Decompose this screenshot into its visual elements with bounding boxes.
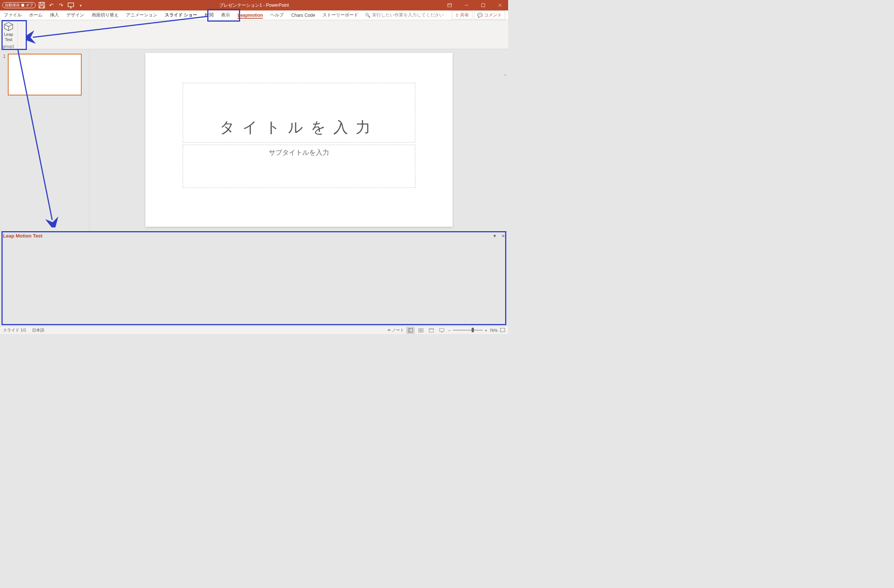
slide-thumbnail-panel[interactable]: 1 (0, 49, 89, 231)
leap-test-button[interactable]: Leap Test (3, 22, 14, 42)
slide-thumbnail-preview (8, 54, 82, 95)
share-icon: ⇪ (455, 13, 459, 18)
tab-help[interactable]: ヘルプ (267, 11, 287, 20)
ribbon-display-options-icon[interactable] (441, 0, 458, 11)
subtitle-placeholder-text: サブタイトルを入力 (269, 148, 329, 157)
tab-slideshow[interactable]: スライド ショー (161, 11, 201, 20)
close-icon[interactable] (491, 0, 508, 11)
main-area: 1 タイトルを入力 サブタイトルを入力 (0, 49, 508, 231)
collapse-ribbon-icon[interactable]: ⌃ (504, 74, 507, 78)
taskpane-header: Leap Motion Test ▼ ✕ (0, 231, 508, 240)
taskpane-title: Leap Motion Test (3, 233, 42, 239)
autosave-state: オフ (26, 3, 33, 8)
taskpane-close-icon[interactable]: ✕ (501, 233, 505, 239)
autosave-label: 自動保存 (5, 3, 20, 8)
toggle-knob-icon (21, 4, 24, 7)
slide-count-status[interactable]: スライド 1/1 (3, 327, 26, 333)
svg-rect-4 (447, 4, 451, 7)
qat-customize-icon[interactable]: ▾ (77, 2, 84, 9)
share-button[interactable]: ⇪ 共有 (452, 11, 472, 20)
minimize-icon[interactable] (458, 0, 474, 11)
comment-label: コメント (484, 12, 502, 18)
redo-icon[interactable]: ↷ (57, 2, 65, 9)
tab-storyboard[interactable]: ストーリーボード (319, 11, 362, 20)
slide-sorter-view-icon[interactable] (417, 327, 425, 334)
slide-thumbnail-1[interactable]: 1 (3, 54, 86, 95)
tab-review[interactable]: 校閲 (201, 11, 217, 20)
reading-view-icon[interactable] (427, 327, 435, 334)
language-status[interactable]: 日本語 (32, 327, 44, 333)
comment-button[interactable]: 💬 コメント (474, 11, 505, 20)
svg-rect-10 (421, 331, 423, 332)
tab-insert[interactable]: 挿入 (46, 11, 63, 20)
zoom-level[interactable]: 76% (489, 328, 498, 333)
search-icon: 🔍 (365, 13, 371, 18)
maximize-icon[interactable] (474, 0, 491, 11)
tab-animations[interactable]: アニメーション (122, 11, 161, 20)
tab-charscode[interactable]: Chars Code (287, 11, 319, 20)
leap-motion-taskpane: Leap Motion Test ▼ ✕ (0, 231, 508, 326)
ribbon-group-label: group1 (3, 44, 14, 48)
tell-me-placeholder: 実行したい作業を入力してください (372, 12, 444, 18)
title-placeholder-text: タイトルを入力 (220, 117, 378, 138)
zoom-in-icon[interactable]: + (485, 328, 487, 333)
svg-rect-12 (439, 328, 444, 331)
start-from-beginning-icon[interactable] (67, 2, 74, 9)
document-title: プレゼンテーション1 - PowerPoint (219, 2, 289, 9)
fit-to-window-icon[interactable] (500, 328, 505, 333)
slide-number: 1 (3, 54, 6, 95)
tab-design[interactable]: デザイン (63, 11, 88, 20)
save-icon[interactable] (38, 2, 45, 9)
notes-button[interactable]: ≐ ノート (387, 327, 404, 333)
window-controls (441, 0, 508, 11)
svg-rect-8 (421, 328, 423, 330)
leap-test-label-1: Leap (4, 32, 13, 36)
share-label: 共有 (460, 12, 469, 18)
slide-canvas-area[interactable]: タイトルを入力 サブタイトルを入力 (89, 49, 508, 231)
autosave-toggle[interactable]: 自動保存 オフ (2, 2, 36, 8)
slide-canvas[interactable]: タイトルを入力 サブタイトルを入力 (145, 53, 453, 227)
zoom-slider[interactable] (453, 330, 483, 331)
tab-view[interactable]: 表示 (217, 11, 234, 20)
comment-icon: 💬 (477, 13, 483, 18)
title-bar: 自動保存 オフ ↶ ↷ ▾ プレゼンテーション1 - PowerPoint (0, 0, 508, 11)
svg-rect-5 (481, 4, 485, 7)
ribbon-tabs: ファイル ホーム 挿入 デザイン 画面切り替え アニメーション スライド ショー… (0, 11, 508, 20)
cube-icon (3, 22, 14, 31)
svg-rect-1 (40, 3, 43, 5)
title-placeholder[interactable]: タイトルを入力 (183, 83, 415, 142)
taskpane-dropdown-icon[interactable]: ▼ (492, 233, 497, 239)
tab-leapmotion[interactable]: Leapmotion (234, 11, 267, 20)
slideshow-view-icon[interactable] (438, 327, 446, 334)
svg-rect-3 (68, 3, 74, 7)
subtitle-placeholder[interactable]: サブタイトルを入力 (183, 145, 415, 188)
svg-rect-2 (40, 6, 44, 8)
ribbon-content: Leap Test group1 ⌃ (0, 20, 508, 49)
ribbon-group-1: Leap Test group1 (0, 20, 18, 49)
tab-home[interactable]: ホーム (25, 11, 46, 20)
status-bar: スライド 1/1 日本語 ≐ ノート − + 76% (0, 326, 508, 334)
svg-rect-9 (419, 331, 421, 332)
tab-transitions[interactable]: 画面切り替え (88, 11, 122, 20)
normal-view-icon[interactable] (406, 327, 415, 334)
tab-file[interactable]: ファイル (0, 11, 25, 20)
tell-me-search[interactable]: 🔍 実行したい作業を入力してください (365, 11, 444, 20)
zoom-out-icon[interactable]: − (448, 328, 450, 333)
quick-access-toolbar: 自動保存 オフ ↶ ↷ ▾ (0, 2, 84, 9)
leap-test-label-2: Test (5, 37, 12, 42)
svg-rect-7 (419, 328, 421, 330)
undo-icon[interactable]: ↶ (48, 2, 55, 9)
zoom-slider-thumb[interactable] (472, 328, 474, 332)
svg-rect-6 (408, 328, 413, 332)
